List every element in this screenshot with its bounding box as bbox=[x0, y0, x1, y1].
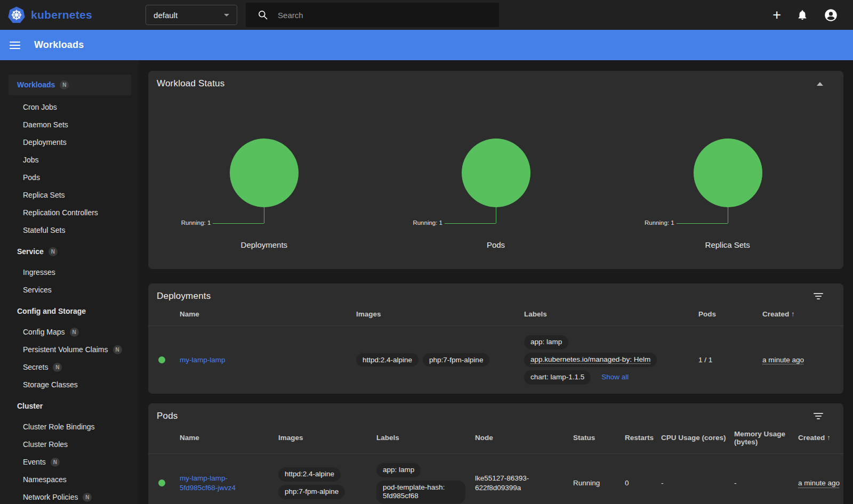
leader-line bbox=[445, 223, 496, 224]
namespace-selected-value: default bbox=[154, 11, 224, 20]
status-column-header bbox=[148, 305, 180, 326]
sidebar-item-cluster[interactable]: Cluster bbox=[0, 397, 139, 415]
column-header-name[interactable]: Name bbox=[180, 305, 356, 326]
sidebar-item-label: Deployments bbox=[23, 138, 67, 147]
column-header-restarts[interactable]: Restarts bbox=[625, 425, 661, 454]
pod-node: lke55127-86393-622f8d09399a bbox=[475, 474, 529, 492]
pods-title: Pods bbox=[157, 411, 178, 421]
search-input[interactable] bbox=[278, 11, 470, 20]
sidebar-item-config-and-storage[interactable]: Config and Storage bbox=[0, 303, 139, 320]
status-ok-dot bbox=[158, 479, 165, 486]
workload-status-title: Workload Status bbox=[157, 78, 224, 89]
column-header-name[interactable]: Name bbox=[180, 425, 278, 454]
pod-memory: - bbox=[734, 479, 737, 487]
column-header-images[interactable]: Images bbox=[356, 305, 524, 326]
filter-icon[interactable] bbox=[814, 293, 823, 299]
deployment-images: httpd:2.4-alpinephp:7-fpm-alpine bbox=[356, 356, 494, 364]
deployment-name-link[interactable]: my-lamp-lamp bbox=[180, 356, 226, 364]
sidebar-item-workloads[interactable]: WorkloadsN bbox=[0, 75, 139, 95]
deployment-created: a minute ago bbox=[762, 356, 804, 364]
deployments-title: Deployments bbox=[157, 291, 211, 302]
filter-icon[interactable] bbox=[814, 413, 823, 419]
new-items-badge: N bbox=[53, 363, 62, 372]
page-title: Workloads bbox=[34, 39, 84, 51]
menu-hamburger-icon[interactable] bbox=[10, 42, 20, 49]
column-header-label: Memory Usage (bytes) bbox=[734, 430, 785, 446]
image-chip-row: php:7-fpm-alpine bbox=[278, 483, 371, 501]
notifications-bell-icon[interactable] bbox=[796, 9, 808, 21]
sidebar-item-label: Cluster bbox=[17, 402, 43, 410]
sidebar-item-ingresses[interactable]: Ingresses bbox=[0, 264, 139, 281]
label-chip: pod-template-hash: 5fd985cf68 bbox=[376, 481, 465, 504]
namespace-selector[interactable]: default bbox=[146, 5, 237, 25]
column-header-node[interactable]: Node bbox=[475, 425, 573, 454]
chart-caption: Pods bbox=[380, 240, 612, 249]
label-chip-row: chart: lamp-1.1.5Show all bbox=[524, 369, 693, 386]
status-ok-dot bbox=[158, 356, 165, 363]
sidebar-item-label: Events bbox=[23, 458, 46, 466]
column-header-labels[interactable]: Labels bbox=[524, 305, 698, 326]
sidebar-item-network-policies[interactable]: Network PoliciesN bbox=[0, 489, 139, 504]
new-items-badge: N bbox=[49, 247, 58, 256]
column-header-created[interactable]: Created ↑ bbox=[762, 305, 843, 326]
column-header-created[interactable]: Created ↑ bbox=[798, 425, 843, 454]
column-header-images[interactable]: Images bbox=[278, 425, 376, 454]
status-pie bbox=[694, 139, 762, 207]
sidebar-item-cron-jobs[interactable]: Cron Jobs bbox=[0, 99, 139, 116]
sidebar-item-replica-sets[interactable]: Replica Sets bbox=[0, 186, 139, 204]
status-pie bbox=[462, 139, 530, 207]
chart-status-label: Running: 1 bbox=[181, 220, 211, 226]
topbar-actions: + bbox=[772, 8, 853, 22]
label-chip: app: lamp bbox=[524, 335, 568, 349]
column-header-label: Name bbox=[180, 310, 199, 318]
sidebar-item-storage-classes[interactable]: Storage Classes bbox=[0, 376, 139, 394]
sidebar-item-namespaces[interactable]: Namespaces bbox=[0, 471, 139, 489]
label-chip-row: pod-template-hash: 5fd985cf68 bbox=[376, 479, 470, 504]
sidebar-item-daemon-sets[interactable]: Daemon Sets bbox=[0, 116, 139, 134]
column-header-labels[interactable]: Labels bbox=[376, 425, 475, 454]
column-header-pods[interactable]: Pods bbox=[698, 305, 762, 326]
table-row: my-lamp-lamp-5fd985cf68-jwvz4 httpd:2.4-… bbox=[148, 453, 843, 504]
sidebar-item-stateful-sets[interactable]: Stateful Sets bbox=[0, 222, 139, 239]
label-chip: httpd:2.4-alpine bbox=[278, 467, 341, 482]
sidebar-item-service[interactable]: ServiceN bbox=[0, 243, 139, 261]
collapse-section-icon[interactable] bbox=[817, 82, 823, 86]
create-resource-button[interactable]: + bbox=[772, 8, 781, 22]
status-column-header bbox=[148, 425, 180, 454]
new-items-badge: N bbox=[51, 458, 60, 467]
sidebar-item-services[interactable]: Services bbox=[0, 281, 139, 299]
leader-line bbox=[213, 223, 264, 224]
show-all-link[interactable]: Show all bbox=[601, 373, 629, 381]
search-box[interactable] bbox=[246, 3, 499, 27]
sidebar-item-events[interactable]: EventsN bbox=[0, 453, 139, 471]
sidebar-item-label: Ingresses bbox=[23, 268, 55, 277]
pod-labels: app: lamppod-template-hash: 5fd985cf68 bbox=[376, 461, 470, 504]
sidebar-item-deployments[interactable]: Deployments bbox=[0, 134, 139, 151]
sidebar-item-cluster-roles[interactable]: Cluster Roles bbox=[0, 436, 139, 453]
column-header-status[interactable]: Status bbox=[573, 425, 625, 454]
column-header-label: Name bbox=[180, 434, 199, 442]
sidebar-item-jobs[interactable]: Jobs bbox=[0, 151, 139, 169]
sidebar-item-persistent-volume-claims[interactable]: Persistent Volume ClaimsN bbox=[0, 341, 139, 359]
workload-chart-pods: Running: 1Pods bbox=[380, 92, 612, 263]
column-header-cpu-usage-cores[interactable]: CPU Usage (cores) bbox=[661, 425, 734, 454]
deployment-pods-count: 1 / 1 bbox=[698, 356, 712, 364]
column-header-memory-usage-bytes[interactable]: Memory Usage (bytes) bbox=[734, 425, 798, 454]
chart-caption: Replica Sets bbox=[611, 240, 843, 249]
new-items-badge: N bbox=[70, 328, 79, 337]
sidebar-item-label: Config Maps bbox=[23, 328, 65, 336]
app-bar: Workloads bbox=[0, 30, 853, 60]
search-icon bbox=[257, 10, 268, 20]
account-avatar-icon[interactable] bbox=[824, 8, 838, 22]
pod-name-link[interactable]: my-lamp-lamp-5fd985cf68-jwvz4 bbox=[180, 474, 236, 492]
sidebar-item-config-maps[interactable]: Config MapsN bbox=[0, 323, 139, 341]
sidebar-item-label: Workloads bbox=[17, 80, 55, 89]
sidebar-item-label: Secrets bbox=[23, 363, 48, 371]
sidebar-item-secrets[interactable]: SecretsN bbox=[0, 359, 139, 376]
sidebar-item-cluster-role-bindings[interactable]: Cluster Role Bindings bbox=[0, 418, 139, 436]
sidebar-item-pods[interactable]: Pods bbox=[0, 169, 139, 186]
sidebar-item-label: Namespaces bbox=[23, 475, 67, 484]
status-pie bbox=[230, 139, 299, 207]
sidebar-item-replication-controllers[interactable]: Replication Controllers bbox=[0, 204, 139, 222]
leader-line bbox=[728, 207, 728, 223]
